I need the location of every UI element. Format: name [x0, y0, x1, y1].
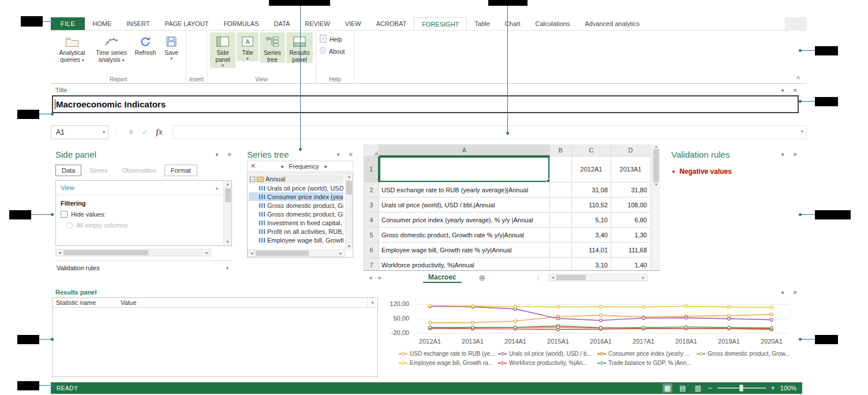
horizontal-scrollbar[interactable]: ◄ ►	[55, 249, 211, 256]
table-menu-icon[interactable]: ▾	[367, 298, 377, 307]
scrollbar-thumb[interactable]	[256, 251, 309, 256]
cell-series-name[interactable]: Employee wage bill, Growth rate % y/y|An…	[379, 243, 550, 258]
cell-value[interactable]: 5,10	[572, 213, 611, 228]
cell[interactable]	[550, 182, 572, 198]
scroll-right-icon[interactable]: ►	[639, 275, 647, 280]
cell-series-name[interactable]: Gross domestic product, Growth rate % y/…	[379, 228, 550, 243]
scroll-left-icon[interactable]: ◄	[549, 275, 556, 280]
name-box[interactable]: A1 ▾	[51, 125, 108, 139]
cell-value[interactable]: 31,08	[572, 182, 611, 198]
tree-item[interactable]: Consumer price index (yearly	[249, 192, 343, 201]
checkbox-icon[interactable]	[61, 211, 68, 218]
scrollbar-thumb[interactable]	[653, 149, 659, 182]
previous-dimension-icon[interactable]: ◂	[280, 163, 283, 169]
cell-b1[interactable]	[550, 156, 572, 182]
legend-item[interactable]: Urals oil price (world), USD / b...	[498, 351, 597, 357]
ribbon-tab-formulas[interactable]: FORMULAS	[216, 17, 266, 30]
tree-root-annual[interactable]: − Annual	[249, 174, 343, 184]
scroll-left-icon[interactable]: ◄	[248, 251, 256, 255]
report-title-input[interactable]: Macroeconomic Indicators	[52, 95, 799, 113]
zoom-slider-thumb[interactable]	[739, 385, 743, 392]
zoom-slider[interactable]	[717, 387, 766, 389]
close-icon[interactable]: ✕	[227, 151, 232, 158]
zoom-percentage[interactable]: 100%	[780, 385, 796, 392]
cell-series-name[interactable]: Consumer price index (yearly average), %…	[379, 213, 550, 228]
vertical-scrollbar[interactable]: ▲ ▼	[345, 173, 353, 250]
add-sheet-icon[interactable]: ⊕	[479, 273, 486, 282]
close-icon[interactable]: ✕	[349, 151, 353, 158]
side-panel-tab-data[interactable]: Data	[55, 165, 81, 176]
save-button[interactable]: Save ▾	[160, 32, 183, 61]
cell-value[interactable]: 114,01	[572, 243, 611, 258]
ribbon-tab-file[interactable]: FILE	[51, 17, 85, 30]
scroll-right-icon[interactable]: ►	[337, 251, 345, 255]
select-all-corner[interactable]	[364, 144, 379, 156]
scroll-up-icon[interactable]: ▲	[224, 181, 231, 188]
scroll-right-icon[interactable]: ►	[203, 251, 211, 255]
ribbon-tab-foresight[interactable]: FORESIGHT	[414, 17, 467, 30]
cell-value[interactable]: 110,52	[572, 198, 611, 213]
chevron-down-icon[interactable]: ▾	[103, 129, 108, 135]
cell-value[interactable]: 31,80	[611, 182, 650, 198]
scrollbar-thumb[interactable]	[346, 181, 352, 195]
scroll-up-icon[interactable]: ▲	[346, 173, 353, 180]
column-header-a[interactable]: A	[379, 144, 550, 156]
tree-item[interactable]: Gross domestic product, Grow	[249, 201, 343, 210]
row-header[interactable]: 4	[364, 213, 379, 228]
refresh-button[interactable]: Refresh	[132, 32, 159, 56]
tree-item[interactable]: Profit on all activities, RUB, b	[249, 227, 343, 236]
cell-period-2012[interactable]: 2012A1	[572, 156, 611, 182]
hide-values-option[interactable]: Hide values:	[56, 208, 223, 220]
side-panel-toggle-button[interactable]: Side panel ▾	[210, 32, 235, 68]
scrollbar-thumb[interactable]	[225, 188, 231, 202]
ribbon-tab-home[interactable]: HOME	[85, 17, 119, 30]
collapse-section-icon[interactable]: ▴	[215, 185, 218, 191]
cell[interactable]	[550, 213, 572, 228]
formula-input[interactable]: ▾	[173, 125, 807, 139]
collapse-node-icon[interactable]: −	[250, 177, 255, 182]
ribbon-tab-insert[interactable]: INSERT	[119, 17, 157, 30]
expand-formula-bar-icon[interactable]: ▾	[801, 129, 803, 134]
selected-cell-a1[interactable]	[379, 156, 550, 182]
next-sheet-icon[interactable]: ►	[377, 275, 387, 281]
more-options-icon[interactable]: ⋮	[535, 274, 541, 281]
page-break-view-icon[interactable]: ▥	[693, 383, 702, 393]
close-icon[interactable]: ✕	[793, 151, 798, 158]
column-header-c[interactable]: C	[572, 144, 611, 156]
horizontal-scrollbar[interactable]: ◄ ►	[548, 274, 648, 281]
column-header-d[interactable]: D	[611, 144, 650, 156]
horizontal-scrollbar[interactable]: ◄ ►	[248, 249, 345, 257]
page-layout-view-icon[interactable]: ▤	[678, 383, 687, 393]
cell-value[interactable]: 6,80	[611, 213, 650, 228]
scroll-down-icon[interactable]: ▼	[346, 243, 353, 250]
panel-menu-icon[interactable]: ▾	[781, 151, 784, 158]
legend-item[interactable]: USD exchange rate to RUB (ye...	[399, 351, 498, 357]
cell[interactable]	[550, 228, 572, 243]
legend-item[interactable]: Workforce productivity, %|An...	[498, 360, 597, 366]
confirm-entry-icon[interactable]: ✓	[142, 128, 148, 136]
scroll-left-icon[interactable]: ◄	[56, 251, 63, 255]
legend-item[interactable]: Consumer price index (yearly ...	[597, 351, 697, 357]
ribbon-tab-review[interactable]: REVIEW	[297, 17, 337, 30]
close-icon[interactable]: ✕	[793, 87, 798, 94]
cell[interactable]	[550, 258, 572, 270]
scroll-up-icon[interactable]: ▲	[653, 144, 660, 148]
ribbon-tab-view[interactable]: VIEW	[338, 17, 369, 30]
row-header[interactable]: 6	[364, 243, 379, 258]
fill-handle[interactable]	[547, 179, 550, 182]
ribbon-tab-chart[interactable]: Chart	[497, 17, 528, 30]
remove-filter-icon[interactable]: ✕	[250, 162, 256, 170]
radio-icon[interactable]	[66, 222, 73, 229]
vertical-scrollbar[interactable]: ▲ ▼	[652, 144, 660, 270]
ribbon-tab-calculations[interactable]: Calculations	[528, 17, 578, 30]
series-tree-toggle-button[interactable]: Series tree	[260, 32, 285, 63]
legend-item[interactable]: Trade balance to GDP, % |Ann...	[597, 360, 697, 366]
close-icon[interactable]: ✕	[793, 289, 798, 296]
validation-rule-item[interactable]: • Negative values	[667, 159, 802, 176]
cell-period-2013[interactable]: 2013A1	[611, 156, 650, 182]
row-header[interactable]: 2	[364, 182, 379, 198]
ribbon-tab-data[interactable]: DATA	[267, 17, 298, 30]
legend-item[interactable]: Gross domestic product, Grow...	[697, 351, 796, 357]
panel-menu-icon[interactable]: ▾	[216, 151, 219, 158]
help-button[interactable]: ? Help	[319, 35, 345, 44]
